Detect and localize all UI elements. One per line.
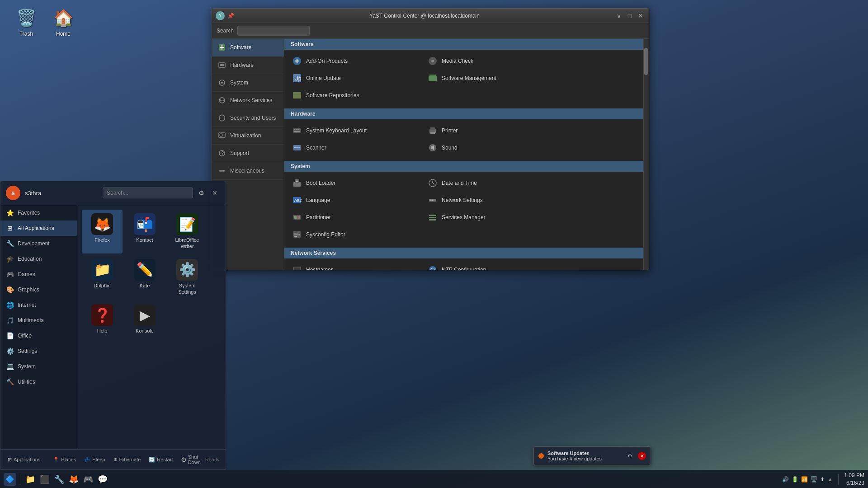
sw-update-close-button[interactable]: ✕ <box>638 452 646 460</box>
yast-pin-icon[interactable]: 📌 <box>227 12 235 19</box>
app-item-konsole[interactable]: ▶ Konsole <box>124 300 165 338</box>
sidebar-item-development[interactable]: 🔧 Development <box>0 236 77 251</box>
yast-item-language[interactable]: ABC Language <box>287 192 423 209</box>
systray-network-icon[interactable]: 📶 <box>801 476 808 483</box>
systray-volume-icon[interactable]: 🔊 <box>782 476 789 483</box>
sidebar-item-all-applications[interactable]: ⊞ All Applications <box>0 221 77 236</box>
desktop-icon-home[interactable]: 🏠 Home <box>45 5 81 40</box>
launcher-footer: ⊞ Applications 📍 Places 💤 Sleep ❄ Hibern… <box>0 449 226 469</box>
app-item-kontact[interactable]: 📬 Kontact <box>124 210 165 253</box>
yast-item-network-settings[interactable]: Network Settings <box>423 192 558 209</box>
footer-btn-places[interactable]: 📍 Places <box>49 455 80 465</box>
svg-rect-35 <box>430 132 435 134</box>
systray-update-icon[interactable]: ⬆ <box>820 476 825 483</box>
yast-item-printer[interactable]: Printer <box>423 122 558 139</box>
yast-item-add-on-products[interactable]: Add-On Products <box>287 52 423 70</box>
yast-close-button[interactable]: ✕ <box>636 11 645 20</box>
systray-display-icon[interactable]: 🖥️ <box>811 476 817 483</box>
app-item-firefox[interactable]: 🦊 Firefox <box>82 210 123 253</box>
yast-nav-software[interactable]: Software <box>212 39 284 56</box>
sidebar-label-favorites: Favorites <box>18 210 40 216</box>
yast-nav-misc[interactable]: Miscellaneous <box>212 162 284 180</box>
launcher-search-input[interactable] <box>103 188 193 198</box>
svg-rect-56 <box>429 219 436 221</box>
yast-item-services-manager[interactable]: Services Manager <box>423 209 558 226</box>
launcher-settings-icon[interactable]: ⚙ <box>196 188 207 198</box>
svg-rect-40 <box>293 182 301 187</box>
yast-maximize-button[interactable]: □ <box>625 11 634 20</box>
yast-item-scanner[interactable]: Scanner <box>287 139 423 156</box>
taskbar-separator-1 <box>20 474 20 485</box>
yast-item-sysconfig[interactable]: Sysconfig Editor <box>287 226 423 243</box>
yast-nav-system[interactable]: System <box>212 74 284 92</box>
sidebar-item-education[interactable]: 🎓 Education <box>0 251 77 267</box>
app-item-kate[interactable]: ✏️ Kate <box>124 255 165 299</box>
yast-scrollbar[interactable] <box>643 39 649 270</box>
yast-nav-support[interactable]: ? Support <box>212 145 284 162</box>
taskbar-app-firefox[interactable]: 🦊 <box>67 473 80 486</box>
svg-rect-25 <box>429 75 436 76</box>
dolphin-app-label: Dolphin <box>94 282 110 289</box>
app-item-help[interactable]: ❓ Help <box>82 300 123 338</box>
launcher-close-icon[interactable]: ✕ <box>209 188 220 198</box>
yast-search-input[interactable] <box>237 26 310 36</box>
taskbar-app-files[interactable]: 📁 <box>24 473 37 486</box>
yast-item-hostnames[interactable]: Hostnames <box>287 261 423 270</box>
yast-item-date-time[interactable]: Date and Time <box>423 174 558 192</box>
yast-item-ntp[interactable]: NTP Configuration <box>423 261 558 270</box>
svg-text:ABC: ABC <box>294 198 302 203</box>
sidebar-item-system[interactable]: 💻 System <box>0 359 77 374</box>
yast-item-software-repos[interactable]: Software Repositories <box>287 87 423 104</box>
sidebar-label-graphics: Graphics <box>18 286 39 293</box>
sidebar-item-internet[interactable]: 🌐 Internet <box>0 297 77 313</box>
sidebar-item-office[interactable]: 📄 Office <box>0 328 77 343</box>
yast-minimize-button[interactable]: ∨ <box>614 11 623 20</box>
sidebar-item-favorites[interactable]: ⭐ Favorites <box>0 205 77 221</box>
svg-rect-52 <box>294 216 297 219</box>
yast-item-online-update[interactable]: Up Online Update <box>287 70 423 87</box>
app-item-dolphin[interactable]: 📁 Dolphin <box>82 255 123 299</box>
sw-update-settings-icon[interactable]: ⚙ <box>625 451 634 460</box>
app-item-system-settings[interactable]: ⚙️ System Settings <box>167 255 208 299</box>
sidebar-item-games[interactable]: 🎮 Games <box>0 267 77 282</box>
yast-item-sound[interactable]: Sound <box>423 139 558 156</box>
taskbar-launcher-button[interactable]: 🔷 <box>4 473 16 486</box>
yast-item-media-check[interactable]: Media Check <box>423 52 558 70</box>
yast-nav-security[interactable]: Security and Users <box>212 109 284 127</box>
yast-software-items: Add-On Products Media Check Up <box>284 50 643 107</box>
sidebar-item-settings[interactable]: ⚙️ Settings <box>0 343 77 359</box>
svg-rect-54 <box>429 215 436 216</box>
yast-nav-network-services[interactable]: Network Services <box>212 92 284 109</box>
taskbar-app-chat[interactable]: 💬 <box>96 473 109 486</box>
yast-section-system: System Boot Loader Date and <box>284 161 643 246</box>
yast-item-keyboard[interactable]: System Keyboard Layout <box>287 122 423 139</box>
footer-btn-sleep[interactable]: 💤 Sleep <box>80 455 108 465</box>
yast-nav-hardware[interactable]: Hardware <box>212 56 284 74</box>
applications-footer-icon: ⊞ <box>8 457 12 463</box>
sidebar-item-multimedia[interactable]: 🎵 Multimedia <box>0 313 77 328</box>
yast-item-software-management[interactable]: Software Management <box>423 70 558 87</box>
yast-nav-virtualization[interactable]: Virtualization <box>212 127 284 145</box>
desktop-icon-trash[interactable]: 🗑️ Trash <box>8 5 44 40</box>
dolphin-app-icon: 📁 <box>91 259 113 281</box>
yast-nav-security-icon <box>217 113 226 122</box>
footer-btn-applications[interactable]: ⊞ Applications <box>4 455 44 465</box>
systray-expand-icon[interactable]: ▲ <box>827 476 833 483</box>
footer-btn-hibernate[interactable]: ❄ Hibernate <box>110 455 145 465</box>
yast-nav-support-icon: ? <box>217 149 226 158</box>
yast-item-partitioner[interactable]: Partitioner <box>287 209 423 226</box>
firefox-app-icon: 🦊 <box>91 213 113 235</box>
taskbar-app-game[interactable]: 🎮 <box>82 473 94 486</box>
sidebar-item-utilities[interactable]: 🔨 Utilities <box>0 374 77 389</box>
sidebar-item-graphics[interactable]: 🎨 Graphics <box>0 282 77 297</box>
yast-scroll-thumb[interactable] <box>644 48 648 75</box>
systray-battery-icon[interactable]: 🔋 <box>792 476 798 483</box>
footer-btn-restart[interactable]: 🔄 Restart <box>145 455 176 465</box>
sw-update-message: You have 4 new updates <box>547 456 602 461</box>
app-item-libreoffice[interactable]: 📝 LibreOffice Writer <box>167 210 208 253</box>
development-icon: 🔧 <box>6 239 14 248</box>
yast-item-boot-loader[interactable]: Boot Loader <box>287 174 423 192</box>
taskbar-app-settings[interactable]: 🔧 <box>53 473 66 486</box>
footer-btn-shutdown[interactable]: ⏻ Shut Down <box>178 452 204 467</box>
taskbar-app-terminal[interactable]: ⬛ <box>38 473 51 486</box>
